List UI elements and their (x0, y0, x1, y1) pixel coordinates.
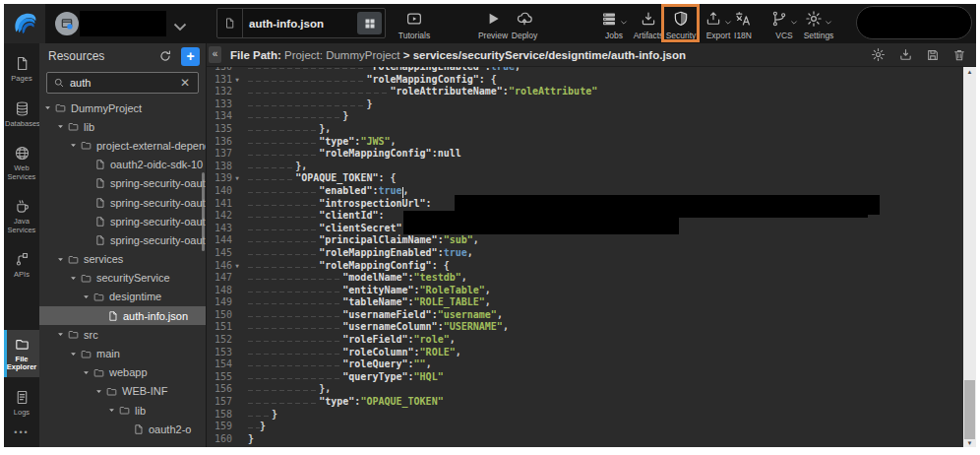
fold-marker-icon[interactable]: ▼ (232, 74, 242, 87)
project-avatar-icon[interactable] (55, 12, 79, 35)
code-line[interactable]: 159} (207, 421, 963, 433)
expand-arrow-icon[interactable] (69, 350, 80, 358)
code-line[interactable]: 157"type": "OPAQUE_TOKEN" (207, 396, 963, 409)
code-line[interactable]: 153"roleColumn": "ROLE", (207, 347, 963, 359)
code-line[interactable]: 160} (207, 433, 963, 446)
clear-search-icon[interactable]: ✕ (178, 76, 192, 90)
file-tab[interactable]: auth-info.json (216, 8, 386, 38)
code-line[interactable]: 130"roleMappingEnabled": true, (207, 67, 963, 74)
tree-folder[interactable]: webapp (39, 363, 206, 382)
code-editor[interactable]: 130"roleMappingEnabled": true,131▼"roleM… (207, 67, 963, 447)
refresh-icon[interactable] (158, 49, 172, 63)
expand-arrow-icon[interactable] (82, 292, 92, 301)
tree-folder[interactable]: main (39, 344, 206, 362)
tree-item-label: lib (84, 121, 94, 133)
sidebar-item-databases[interactable]: Databases (4, 95, 39, 134)
line-number: 154 (207, 358, 232, 371)
code-line[interactable]: 131▼"roleMappingConfig": { (207, 74, 963, 87)
sidebar-item-javaservices[interactable]: Java Services (4, 192, 39, 239)
tree-folder[interactable]: services (39, 250, 206, 269)
expand-arrow-icon[interactable] (56, 330, 67, 339)
code-line[interactable]: 137"roleMappingConfig": null (207, 148, 963, 161)
code-line[interactable]: 149"tableName": "ROLE_TABLE", (207, 296, 963, 309)
chevron-down-icon[interactable] (825, 19, 832, 27)
code-line[interactable]: 138}, (207, 161, 963, 173)
sidebar-item-pages[interactable]: Pages (4, 49, 39, 89)
expand-arrow-icon[interactable] (69, 141, 80, 150)
tree-file[interactable]: spring-security-oaut (39, 212, 206, 230)
tree-file[interactable]: auth-info.json (39, 306, 206, 325)
code-line[interactable]: 151"usernameColumn": "USERNAME", (207, 321, 963, 334)
collapse-panel-button[interactable]: « (209, 46, 221, 63)
scroll-down-arrow[interactable]: ▼ (963, 440, 976, 446)
chevron-down-icon[interactable] (173, 18, 187, 35)
tree-folder[interactable]: lib (39, 117, 206, 136)
expand-arrow-icon[interactable] (56, 122, 67, 131)
resources-header: Resources + (39, 43, 206, 69)
expand-arrow-icon[interactable] (94, 387, 105, 396)
sidebar-item-fileexplorer[interactable]: File Explorer (4, 330, 39, 377)
more-options-icon[interactable]: ••• (4, 422, 39, 447)
toolbar-item-deploy[interactable]: Deploy (502, 9, 547, 40)
expand-arrow-icon[interactable] (82, 368, 92, 377)
expand-arrow-icon[interactable] (107, 406, 118, 415)
file-settings-gear-icon[interactable] (871, 47, 886, 62)
toolbar-item-settings[interactable]: Settings (796, 9, 841, 40)
expand-arrow-icon[interactable] (69, 274, 80, 283)
fold-marker-icon[interactable]: ▼ (232, 172, 242, 185)
tree-folder[interactable]: project-external-depend (39, 136, 206, 155)
search-input[interactable] (70, 77, 178, 89)
code-line[interactable]: 146▼"roleMappingConfig": { (207, 260, 963, 273)
scrollbar-thumb[interactable] (964, 380, 975, 439)
sidebar-item-apis[interactable]: APIs (4, 245, 39, 285)
line-number: 153 (207, 347, 232, 359)
code-line[interactable]: 158} (207, 409, 963, 422)
code-line[interactable]: 136"type": "JWS", (207, 136, 963, 149)
code-line[interactable]: 144"principalClaimName": "sub", (207, 234, 963, 247)
sidebar-item-webservices[interactable]: Web Services (4, 139, 39, 186)
wavemaker-logo-icon[interactable] (4, 4, 45, 43)
tree-file[interactable]: spring-security-oaut (39, 174, 206, 193)
code-line[interactable]: 139▼"OPAQUE_TOKEN": { (207, 172, 963, 185)
folder-icon (80, 139, 92, 152)
grid-icon[interactable] (357, 12, 382, 34)
code-line[interactable]: 154"roleQuery": "", (207, 358, 963, 371)
code-line[interactable]: 132"roleAttributeName": "roleAttribute" (207, 86, 963, 98)
databases-icon (14, 100, 31, 117)
save-file-icon[interactable] (926, 48, 940, 62)
tree-file[interactable]: oauth2-o (39, 420, 206, 438)
tree-file[interactable]: oauth2-oidc-sdk-10 (39, 156, 206, 174)
tree-folder[interactable]: src (39, 325, 206, 344)
code-line[interactable]: 156}, (207, 383, 963, 396)
code-line[interactable]: 133} (207, 98, 963, 111)
tree-folder[interactable]: DummyProject (39, 98, 206, 117)
scroll-up-arrow[interactable]: ▲ (963, 69, 976, 75)
line-number: 150 (207, 309, 232, 322)
line-number: 147 (207, 272, 232, 285)
expand-arrow-icon[interactable] (56, 255, 67, 264)
tree-folder[interactable]: lib (39, 401, 206, 420)
toolbar-item-tutorials[interactable]: Tutorials (392, 9, 437, 40)
code-line[interactable]: 155"queryType": "HQL" (207, 371, 963, 384)
download-file-icon[interactable] (898, 47, 913, 62)
tree-scrollbar[interactable] (202, 172, 205, 251)
expand-arrow-icon[interactable] (43, 103, 54, 112)
code-line[interactable]: 134} (207, 110, 963, 123)
tree-file[interactable]: spring-security-oaut (39, 193, 206, 212)
editor-scrollbar[interactable]: ▲ ▼ (963, 67, 976, 447)
tree-folder[interactable]: WEB-INF (39, 382, 206, 401)
delete-file-icon[interactable] (952, 48, 966, 62)
code-line[interactable]: 150"usernameField": "username", (207, 309, 963, 322)
code-line[interactable]: 145"roleMappingEnabled": true, (207, 247, 963, 260)
add-resource-button[interactable]: + (181, 47, 200, 66)
tree-folder[interactable]: securityService (39, 269, 206, 288)
code-line[interactable]: 152"roleField": "role", (207, 334, 963, 347)
code-line[interactable]: 148"entityName": "RoleTable", (207, 285, 963, 297)
code-line[interactable]: 135}, (207, 123, 963, 136)
toolbar-item-i18n[interactable]: I18N (720, 9, 766, 40)
sidebar-item-logs[interactable]: Logs (4, 383, 39, 422)
tree-folder[interactable]: designtime (39, 288, 206, 306)
tree-file[interactable]: spring-security-oaut (39, 230, 206, 249)
fold-marker-icon[interactable]: ▼ (232, 260, 242, 273)
code-line[interactable]: 147"modelName": "testdb", (207, 272, 963, 285)
